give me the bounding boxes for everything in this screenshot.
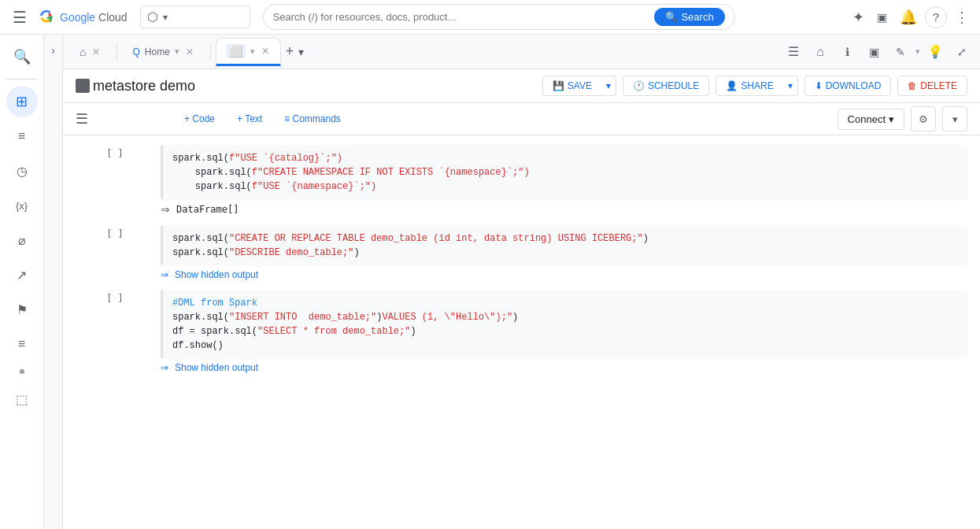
active-tab-dropdown[interactable]: ▾ <box>250 46 255 57</box>
more-icon[interactable]: ⋮ <box>950 4 974 31</box>
save-button[interactable]: 💾 SAVE <box>542 76 602 96</box>
cell-1: [ ] spark.sql(f"USE `{catalog}`;") spark… <box>63 145 980 219</box>
terminal2-icon[interactable]: ▣ <box>862 40 886 64</box>
project-selector[interactable]: ⬡ ▾ <box>140 6 250 28</box>
toolbar: ☰ + Code + Text ≡ Commands Connect ▾ ⚙ <box>63 103 980 135</box>
sidebar-item-settings[interactable]: ≡ <box>6 328 38 360</box>
list-icon: ☰ <box>76 110 88 128</box>
hidden-arrow-icon-2: ⇒ <box>161 362 168 373</box>
query-tab-icon: Q <box>132 46 139 57</box>
sidebar-item-share[interactable]: ⌀ <box>6 224 38 256</box>
bulb2-icon[interactable]: 💡 <box>923 40 947 64</box>
cell-1-code[interactable]: spark.sql(f"USE `{catalog}`;") spark.sql… <box>161 145 967 200</box>
cell-1-gutter: [ ] <box>76 145 154 219</box>
search-input[interactable] <box>273 11 649 23</box>
save-dropdown-button[interactable]: ▾ <box>601 76 616 96</box>
terminal-icon[interactable]: ▣ <box>872 6 892 28</box>
notebook-content: [ ] spark.sql(f"USE `{catalog}`;") spark… <box>63 135 980 529</box>
tab-separator-1 <box>116 44 117 60</box>
info2-icon[interactable]: ℹ <box>835 40 859 64</box>
cell-1-bracket: [ ] <box>106 148 124 159</box>
list-icon-area: ☰ <box>76 110 170 128</box>
search-bar[interactable]: 🔍 Search <box>263 4 735 30</box>
help-icon[interactable]: ? <box>925 6 947 28</box>
cell-3: [ ] #DML from Spark spark.sql("INSERT IN… <box>63 290 980 376</box>
expand-button[interactable]: ▾ <box>942 106 967 131</box>
cell-3-show-hidden[interactable]: ⇒ Show hidden output <box>161 359 967 376</box>
collapse-arrow-icon: › <box>51 44 55 57</box>
sidebar-item-search[interactable]: 🔍 <box>6 41 38 72</box>
tab-right-icons: ☰ ⌂ ℹ ▣ ✎ ▾ 💡 ⤢ <box>782 40 974 64</box>
cell-3-bracket: [ ] <box>106 293 124 304</box>
toolbar-right: Connect ▾ ⚙ ▾ <box>838 106 967 131</box>
sidebar-item-filter[interactable]: ≡ <box>6 120 38 152</box>
tab-query-close[interactable]: ✕ <box>184 45 195 59</box>
list-view-icon[interactable]: ☰ <box>782 40 805 64</box>
cell-2-code[interactable]: spark.sql("CREATE OR REPLACE TABLE demo_… <box>161 225 967 266</box>
cell-1-output-text: DataFrame[] <box>176 204 239 215</box>
cell-3-content: #DML from Spark spark.sql("INSERT INTO d… <box>161 290 967 376</box>
main-layout: 🔍 ⊞ ≡ ◷ {x} ⌀ ↗ ⚑ ≡ ⬚ › ⌂ ✕ Q Home <box>0 35 980 529</box>
sidebar-item-pipeline[interactable]: ↗ <box>6 259 38 290</box>
share-dropdown-button[interactable]: ▾ <box>783 76 798 96</box>
notebook-icon <box>76 79 90 93</box>
cell-2: [ ] spark.sql("CREATE OR REPLACE TABLE d… <box>63 225 980 283</box>
sidebar-item-people[interactable]: ⚑ <box>6 294 38 325</box>
project-icon: ⬡ <box>147 9 158 24</box>
sidebar-item-storage[interactable]: ⬚ <box>6 383 38 415</box>
cell-3-code[interactable]: #DML from Spark spark.sql("INSERT INTO d… <box>161 290 967 359</box>
add-tab-button[interactable]: + <box>283 40 298 63</box>
fullscreen-icon[interactable]: ⤢ <box>950 40 974 64</box>
topbar-icons: ✦ ▣ 🔔 ? ⋮ <box>848 4 974 31</box>
tab-query-dropdown[interactable]: ▾ <box>175 46 179 57</box>
add-text-button[interactable]: + Text <box>229 110 270 128</box>
add-code-button[interactable]: + Code <box>176 110 223 128</box>
tab-active[interactable]: ⬜ ▾ ✕ <box>216 38 281 66</box>
tab-home[interactable]: ⌂ ✕ <box>69 38 112 66</box>
edit-dropdown[interactable]: ▾ <box>915 46 920 57</box>
cell-1-output: ⇒ DataFrame[] <box>161 200 967 219</box>
sidebar-item-clock[interactable]: ◷ <box>6 155 38 187</box>
sidebar-item-code[interactable]: {x} <box>6 190 38 221</box>
schedule-icon: 🕐 <box>633 80 645 91</box>
cell-2-show-hidden[interactable]: ⇒ Show hidden output <box>161 266 967 283</box>
ai-icon[interactable]: ✦ <box>848 4 869 31</box>
commands-button[interactable]: ≡ Commands <box>276 110 349 128</box>
active-tab-icon: ⬜ <box>226 44 246 58</box>
cell-3-gutter: [ ] <box>76 290 154 376</box>
sidebar-item-dashboard[interactable]: ⊞ <box>6 86 38 117</box>
collapse-sidebar-btn[interactable]: › <box>44 35 63 529</box>
cell-2-gutter: [ ] <box>76 225 154 283</box>
logo: Google Cloud <box>39 9 128 25</box>
home3-icon[interactable]: ⌂ <box>808 40 832 64</box>
edit2-icon[interactable]: ✎ <box>889 40 912 64</box>
notebook-area: metastore demo 💾 SAVE ▾ 🕐 SCHEDUL <box>63 69 980 529</box>
logo-text: Google Cloud <box>60 11 128 24</box>
tab-separator-2 <box>210 44 211 60</box>
cell-2-bracket: [ ] <box>106 228 124 239</box>
bell-icon[interactable]: 🔔 <box>895 4 922 31</box>
schedule-button[interactable]: 🕐 SCHEDULE <box>623 76 709 96</box>
settings-button[interactable]: ⚙ <box>911 106 936 131</box>
tab-query-label: Home <box>145 46 170 57</box>
download-button[interactable]: ⬇ DOWNLOAD <box>804 76 892 96</box>
tab-dropdown-button[interactable]: ▾ <box>298 46 304 58</box>
active-tab-close[interactable]: ✕ <box>260 44 271 58</box>
share-button[interactable]: 👤 SHARE <box>716 76 783 96</box>
save-action-group: 💾 SAVE ▾ <box>542 76 616 96</box>
tab-query[interactable]: Q Home ▾ ✕ <box>122 38 205 66</box>
google-cloud-logo-icon <box>39 9 55 25</box>
notebook-actions: 💾 SAVE ▾ 🕐 SCHEDULE 👤 SHA <box>542 76 967 96</box>
share-icon: 👤 <box>726 80 738 91</box>
tab-home-close[interactable]: ✕ <box>91 45 102 59</box>
menu-icon[interactable]: ☰ <box>6 2 33 33</box>
download-icon: ⬇ <box>815 80 823 91</box>
project-dropdown-arrow: ▾ <box>163 12 168 23</box>
delete-button[interactable]: 🗑 DELETE <box>897 76 967 96</box>
connect-button[interactable]: Connect ▾ <box>838 109 904 130</box>
search-icon: 🔍 <box>665 11 678 23</box>
save-icon: 💾 <box>553 80 564 91</box>
search-button[interactable]: 🔍 Search <box>654 8 724 26</box>
cell-2-content: spark.sql("CREATE OR REPLACE TABLE demo_… <box>161 225 967 283</box>
home-tab-icon: ⌂ <box>80 46 86 58</box>
